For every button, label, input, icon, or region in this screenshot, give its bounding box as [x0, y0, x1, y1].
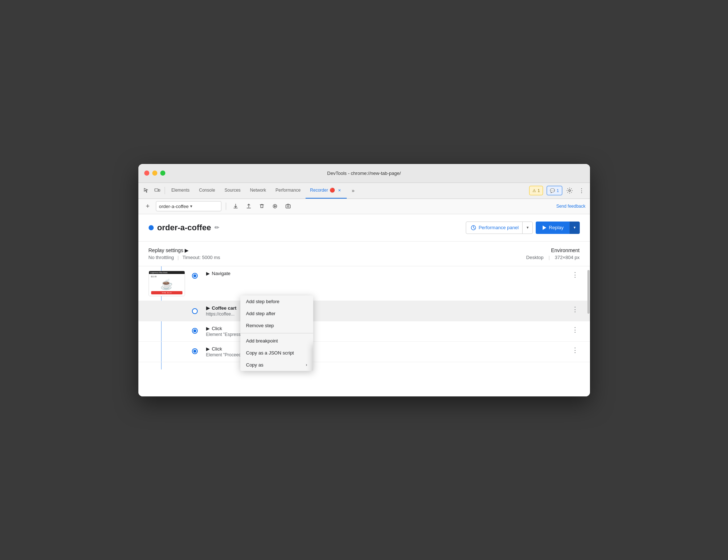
step-click-espresso: ▶ Click Element "Espresso Macchiato" ⋮	[138, 321, 590, 342]
warning-icon: ⚠	[532, 188, 536, 193]
replay-settings-arrow: ▶	[185, 247, 189, 253]
menu-copy-as[interactable]: Copy as ›	[240, 359, 313, 371]
replay-chevron-button[interactable]: ▾	[570, 222, 580, 234]
step-dot-checkout	[193, 349, 197, 353]
recording-name-input-wrap[interactable]: order-a-coffee ▾	[156, 201, 221, 211]
scrollbar-track[interactable]	[587, 266, 590, 369]
step-navigate-more[interactable]: ⋮	[570, 271, 580, 279]
replay-settings-label: Replay settings	[149, 247, 184, 253]
message-icon: 💬	[550, 188, 555, 193]
step-navigate-content: ▶ Navigate	[200, 271, 570, 276]
svg-point-6	[287, 206, 289, 207]
context-menu-sep-1	[240, 333, 313, 333]
more-tabs-icon[interactable]: »	[348, 185, 358, 196]
close-button[interactable]	[144, 171, 149, 176]
inspect-element-icon[interactable]	[141, 185, 151, 196]
send-feedback-link[interactable]: Send feedback	[556, 204, 585, 209]
svg-marker-4	[274, 205, 276, 207]
menu-copy-json[interactable]: Copy as a JSON script	[240, 347, 313, 359]
svg-point-2	[568, 190, 570, 192]
recording-status-dot	[149, 225, 154, 230]
copy-as-chevron: ›	[306, 363, 307, 367]
step-espresso-expand: ▶	[206, 326, 210, 331]
step-espresso-more[interactable]: ⋮	[570, 326, 580, 334]
step-dot-espresso	[193, 329, 197, 333]
replay-label: Replay	[549, 225, 563, 230]
recording-name-chevron[interactable]: ▾	[190, 204, 192, 209]
recording-title-area: order-a-coffee ✏	[149, 223, 220, 232]
toolbar-sep-1	[226, 203, 226, 210]
minimize-button[interactable]	[152, 171, 157, 176]
step-coffee-cart-expand: ▶	[206, 305, 210, 311]
recording-name-display: order-a-coffee	[159, 204, 189, 209]
env-details: Desktop | 372×804 px	[526, 255, 580, 260]
tab-console[interactable]: Console	[195, 183, 220, 199]
recorder-toolbar: + order-a-coffee ▾	[138, 199, 590, 214]
replay-main-button[interactable]: Replay	[536, 222, 569, 234]
context-menu: Add step before Add step after Remove st…	[240, 295, 313, 371]
timeout-label: Timeout: 5000 ms	[182, 255, 220, 260]
settings-row: Replay settings ▶ No throttling | Timeou…	[138, 242, 590, 266]
settings-icon[interactable]	[564, 185, 575, 196]
svg-rect-1	[158, 189, 160, 191]
warning-badge[interactable]: ⚠ 1	[529, 186, 543, 195]
replay-settings-toggle[interactable]: Replay settings ▶	[149, 247, 526, 253]
menu-add-breakpoint[interactable]: Add breakpoint	[240, 335, 313, 347]
recording-header: order-a-coffee ✏ Performance panel ▾	[138, 214, 590, 242]
start-recording-button[interactable]	[270, 201, 280, 211]
more-options-icon[interactable]: ⋮	[577, 185, 587, 196]
maximize-button[interactable]	[160, 171, 165, 176]
tab-sources[interactable]: Sources	[220, 183, 245, 199]
tab-elements[interactable]: Elements	[167, 183, 194, 199]
tab-separator-1	[165, 187, 165, 194]
step-navigate-expand: ▶	[206, 271, 210, 276]
device-toolbar-icon[interactable]	[152, 185, 162, 196]
main-content: order-a-coffee ✏ Performance panel ▾	[138, 214, 590, 396]
tab-recorder[interactable]: Recorder 🔴 ✕	[306, 183, 346, 199]
settings-right: Environment Desktop | 372×804 px	[526, 247, 580, 260]
svg-rect-5	[286, 205, 290, 208]
step-coffee-cart-more[interactable]: ⋮	[570, 305, 580, 313]
edit-name-icon[interactable]: ✏	[215, 224, 219, 231]
step-dot-navigate	[193, 274, 197, 278]
tab-network[interactable]: Network	[246, 183, 271, 199]
performance-panel-label: Performance panel	[479, 225, 519, 230]
step-checkout-more[interactable]: ⋮	[570, 346, 580, 354]
svg-rect-0	[155, 189, 158, 191]
step-navigate-title[interactable]: ▶ Navigate	[206, 271, 570, 276]
delete-button[interactable]	[257, 201, 267, 211]
steps-area: Lappresso Macchiato $11.00 ☕ TOTAL: $11.…	[138, 266, 590, 369]
step-coffee-cart: ▶ Coffee cart https://coffee... ⋮	[138, 301, 590, 321]
desktop-label: Desktop	[526, 255, 544, 260]
step-thumbnail: Lappresso Macchiato $11.00 ☕ TOTAL: $11.…	[149, 271, 185, 296]
screenshot-button[interactable]	[283, 201, 293, 211]
scrollbar-thumb[interactable]	[587, 270, 590, 314]
recording-title: order-a-coffee	[157, 223, 211, 232]
new-recording-button[interactable]: +	[143, 201, 153, 211]
export-button[interactable]	[231, 201, 241, 211]
menu-add-after[interactable]: Add step after	[240, 308, 313, 320]
settings-left: Replay settings ▶ No throttling | Timeou…	[149, 247, 526, 260]
step-dot-coffee-cart	[192, 308, 198, 314]
devtools-window: DevTools - chrome://new-tab-page/ Elemen…	[138, 164, 590, 396]
svg-marker-8	[543, 226, 546, 230]
performance-panel-chevron[interactable]: ▾	[522, 222, 532, 234]
step-navigate: Lappresso Macchiato $11.00 ☕ TOTAL: $11.…	[138, 266, 590, 301]
step-checkout-expand: ▶	[206, 346, 210, 352]
menu-remove[interactable]: Remove step	[240, 320, 313, 332]
header-buttons: Performance panel ▾ Replay ▾	[466, 222, 579, 234]
replay-button-group: Replay ▾	[536, 222, 579, 234]
message-badge[interactable]: 💬 1	[547, 186, 562, 195]
window-title: DevTools - chrome://new-tab-page/	[327, 171, 401, 176]
throttling-label: No throttling	[149, 255, 174, 260]
titlebar: DevTools - chrome://new-tab-page/	[138, 164, 590, 183]
performance-panel-button[interactable]: Performance panel ▾	[466, 222, 533, 234]
titlebar-buttons	[144, 171, 165, 176]
tab-performance[interactable]: Performance	[271, 183, 305, 199]
import-button[interactable]	[244, 201, 254, 211]
menu-add-before[interactable]: Add step before	[240, 295, 313, 308]
step-click-checkout: ▶ Click Element "Proceed to checkout" ⋮	[138, 342, 590, 362]
devtools-tabs-bar: Elements Console Sources Network Perform…	[138, 183, 590, 199]
recorder-tab-close[interactable]: ✕	[337, 187, 342, 193]
tabs-right-area: ⚠ 1 💬 1 ⋮	[528, 185, 587, 196]
